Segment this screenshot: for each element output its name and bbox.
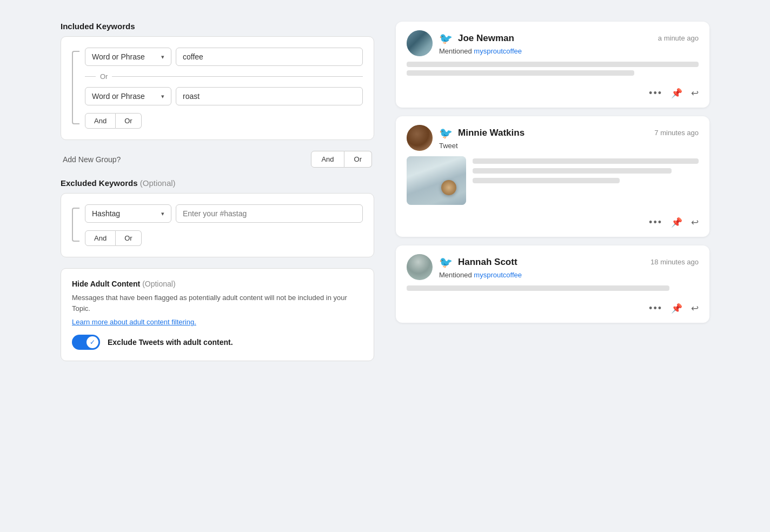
content-line <box>407 70 634 76</box>
pin-button-joe[interactable]: 📌 <box>671 88 682 99</box>
excluded-keywords-group-box: Hashtag ▾ And Or <box>61 193 374 257</box>
tweet-hannah-name: Hannah Scott <box>458 257 517 268</box>
tweet-card-joe: 🐦 Joe Newman a minute ago Mentioned mysp… <box>396 22 709 108</box>
tweet-minnie-name-row: 🐦 Minnie Watkins 7 minutes ago <box>439 127 699 139</box>
tweet-minnie-info: 🐦 Minnie Watkins 7 minutes ago Tweet <box>439 127 699 150</box>
tweet-hannah-sub-label: Mentioned <box>439 271 472 279</box>
keyword-input-1[interactable] <box>176 48 363 66</box>
adult-content-link[interactable]: Learn more about adult content filtering… <box>72 318 363 326</box>
excluded-keyword-row-1: Hashtag ▾ <box>85 204 363 223</box>
keyword-input-2[interactable] <box>176 87 363 105</box>
reply-icon: ↩ <box>691 217 699 228</box>
tweet-joe-sub: Mentioned mysproutcoffee <box>439 47 699 55</box>
tweet-hannah-info: 🐦 Hannah Scott 18 minutes ago Mentioned … <box>439 256 699 279</box>
excluded-select-label: Hashtag <box>92 209 120 218</box>
twitter-icon-joe: 🐦 <box>439 32 453 45</box>
avatar-hannah <box>407 254 433 280</box>
content-line <box>473 168 672 174</box>
tweet-minnie-lines <box>473 156 699 183</box>
adult-content-toggle[interactable]: ✓ <box>72 335 100 350</box>
excluded-keywords-section: Excluded Keywords (Optional) Hashtag <box>61 178 374 257</box>
tweet-joe-sub-label: Mentioned <box>439 47 472 55</box>
tweet-card-hannah: 🐦 Hannah Scott 18 minutes ago Mentioned … <box>396 245 709 323</box>
tweet-hannah-content <box>407 285 699 291</box>
adult-optional: (Optional) <box>142 280 175 288</box>
or-button-excluded[interactable]: Or <box>116 230 141 246</box>
more-options-button-minnie[interactable]: ••• <box>649 217 662 228</box>
keyword-row-1: Word or Phrase ▾ <box>85 48 363 66</box>
tweet-card-minnie: 🐦 Minnie Watkins 7 minutes ago Tweet <box>396 116 709 237</box>
tweet-minnie-actions: ••• 📌 ↩ <box>407 212 699 228</box>
bracket-top <box>72 51 79 88</box>
tweet-hannah-mention: mysproutcoffee <box>474 271 522 279</box>
pin-icon: 📌 <box>671 217 682 228</box>
toggle-thumb: ✓ <box>87 336 98 348</box>
included-keywords-title: Included Keywords <box>61 22 374 31</box>
right-panel: 🐦 Joe Newman a minute ago Mentioned mysp… <box>396 22 709 361</box>
excluded-rows: Hashtag ▾ And Or <box>85 204 363 246</box>
reply-button-hannah[interactable]: ↩ <box>691 303 699 314</box>
excluded-bracket <box>72 204 79 246</box>
content-line <box>407 62 699 67</box>
keyword-select-1-label: Word or Phrase <box>92 52 145 61</box>
and-button-included[interactable]: And <box>85 113 116 129</box>
bracket-connector <box>72 48 79 129</box>
tweet-hannah-name-row: 🐦 Hannah Scott 18 minutes ago <box>439 256 699 269</box>
tweet-hannah-sub: Mentioned mysproutcoffee <box>439 271 699 279</box>
toggle-label: Exclude Tweets with adult content. <box>108 338 233 347</box>
avatar-joe-img <box>407 30 433 56</box>
tweet-hannah-time: 18 minutes ago <box>650 258 699 266</box>
excluded-label: Excluded Keywords <box>61 178 138 188</box>
keyword-select-2-label: Word or Phrase <box>92 92 145 101</box>
content-line <box>407 285 669 291</box>
adult-title-text: Hide Adult Content <box>72 280 140 288</box>
coffee-cup-icon <box>441 180 456 195</box>
tweet-minnie-image <box>407 156 466 205</box>
reply-button-joe[interactable]: ↩ <box>691 88 699 99</box>
chevron-down-icon-2: ▾ <box>161 93 164 100</box>
tweet-joe-name: Joe Newman <box>458 33 514 44</box>
excluded-keyword-input-1[interactable] <box>176 204 363 223</box>
tweet-card-joe-header: 🐦 Joe Newman a minute ago Mentioned mysp… <box>407 30 699 56</box>
and-or-buttons-included: And Or <box>85 113 363 129</box>
and-group-button[interactable]: And <box>311 151 344 168</box>
tweet-minnie-time: 7 minutes ago <box>654 129 699 137</box>
excluded-optional: (Optional) <box>140 178 176 188</box>
adult-content-desc: Messages that have been flagged as poten… <box>72 292 363 314</box>
excluded-bracket-bottom <box>72 225 79 242</box>
adult-content-title: Hide Adult Content (Optional) <box>72 280 363 288</box>
tweet-hannah-actions: ••• 📌 ↩ <box>407 298 699 314</box>
or-divider: Or <box>85 72 363 81</box>
pin-button-hannah[interactable]: 📌 <box>671 303 682 314</box>
tweet-minnie-name: Minnie Watkins <box>458 128 525 138</box>
excluded-inner: Hashtag ▾ And Or <box>72 204 363 246</box>
ellipsis-icon: ••• <box>649 88 662 99</box>
tweet-minnie-image-row <box>407 156 699 205</box>
or-group-button[interactable]: Or <box>344 151 372 168</box>
keyword-rows: Word or Phrase ▾ Or <box>85 48 363 129</box>
toggle-row: ✓ Exclude Tweets with adult content. <box>72 335 363 350</box>
included-keywords-section: Included Keywords Word or Phrase <box>61 22 374 140</box>
keyword-select-2[interactable]: Word or Phrase ▾ <box>85 87 171 105</box>
avatar-minnie <box>407 125 433 151</box>
adult-content-box: Hide Adult Content (Optional) Messages t… <box>61 268 374 361</box>
excluded-keyword-select-1[interactable]: Hashtag ▾ <box>85 204 171 223</box>
keyword-select-1[interactable]: Word or Phrase ▾ <box>85 48 171 66</box>
more-options-button-hannah[interactable]: ••• <box>649 303 662 314</box>
twitter-icon-hannah: 🐦 <box>439 256 453 269</box>
tweet-minnie-sub: Tweet <box>439 142 699 150</box>
reply-button-minnie[interactable]: ↩ <box>691 217 699 228</box>
tweet-card-minnie-header: 🐦 Minnie Watkins 7 minutes ago Tweet <box>407 125 699 151</box>
and-or-buttons-excluded: And Or <box>85 230 363 246</box>
ellipsis-icon: ••• <box>649 303 662 314</box>
chevron-down-icon-3: ▾ <box>161 210 164 217</box>
or-button-included[interactable]: Or <box>116 113 141 129</box>
pin-button-minnie[interactable]: 📌 <box>671 217 682 228</box>
reply-icon: ↩ <box>691 303 699 314</box>
avatar-hannah-img <box>407 254 433 280</box>
keyword-row-2: Word or Phrase ▾ <box>85 87 363 105</box>
image-bg <box>407 156 466 205</box>
more-options-button-joe[interactable]: ••• <box>649 88 662 99</box>
and-button-excluded[interactable]: And <box>85 230 116 246</box>
tweet-minnie-sub-label: Tweet <box>439 142 458 150</box>
